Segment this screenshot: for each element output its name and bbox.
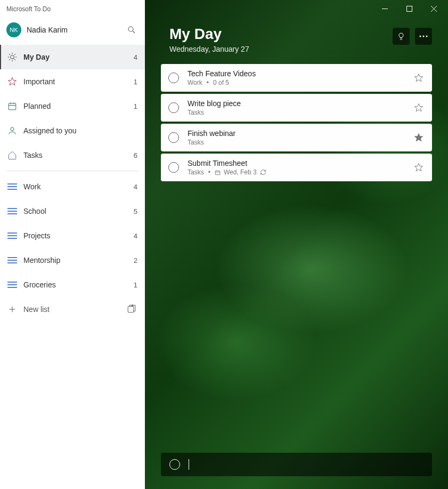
nav-label: Mentorship <box>23 256 134 264</box>
svg-point-41 <box>420 36 421 37</box>
task-title: Finish webinar <box>188 129 414 138</box>
task-item[interactable]: Finish webinar Tasks <box>161 124 432 151</box>
add-task-circle-icon <box>169 459 180 470</box>
custom-lists: Work 4 School 5 Projects 4 Mentorship 2 … <box>0 174 145 297</box>
add-task-input[interactable] <box>189 460 423 469</box>
suggestions-button[interactable] <box>393 28 410 45</box>
nav-count: 5 <box>134 207 137 215</box>
task-meta: Tasks <box>188 139 414 146</box>
complete-checkbox[interactable] <box>168 73 179 83</box>
nav-count: 1 <box>134 102 137 110</box>
lightbulb-icon <box>397 32 405 41</box>
task-list: Tech Feature Videos Work0 of 5 Write blo… <box>145 64 448 181</box>
minimize-button[interactable] <box>372 0 397 17</box>
add-task-bar[interactable] <box>161 453 432 476</box>
list-icon <box>6 181 18 193</box>
svg-rect-47 <box>215 171 219 174</box>
nav-count: 1 <box>134 281 137 289</box>
task-title: Submit Timesheet <box>188 159 414 167</box>
star-button[interactable] <box>414 133 423 142</box>
svg-rect-38 <box>406 6 412 11</box>
sidebar: Microsoft To Do NK Nadia Karim My Day 4 … <box>0 0 145 489</box>
task-title: Tech Feature Videos <box>188 69 414 78</box>
home-icon <box>6 149 18 161</box>
list-icon <box>6 205 18 217</box>
list-school[interactable]: School 5 <box>0 199 145 223</box>
maximize-button[interactable] <box>397 0 421 17</box>
nav-count: 2 <box>134 256 137 264</box>
main-panel: My Day Wednesday, January 27 Tech Featur… <box>145 0 448 489</box>
svg-rect-34 <box>128 307 134 312</box>
svg-marker-44 <box>415 74 423 82</box>
task-item[interactable]: Submit Timesheet Tasks Wed, Feb 3 <box>161 154 432 181</box>
nav-important[interactable]: Important 1 <box>0 69 145 94</box>
nav-tasks[interactable]: Tasks 6 <box>0 143 145 167</box>
nav-label: Work <box>23 182 134 191</box>
calendar-small-icon <box>215 170 221 175</box>
page-date: Wednesday, January 27 <box>169 45 393 53</box>
nav-label: Groceries <box>23 280 134 289</box>
new-list-label: New list <box>23 305 127 314</box>
task-meta: Work0 of 5 <box>188 79 414 86</box>
svg-marker-11 <box>9 78 17 85</box>
new-group-icon[interactable] <box>127 304 137 315</box>
svg-point-42 <box>423 36 425 37</box>
list-projects[interactable]: Projects 4 <box>0 223 145 248</box>
star-button[interactable] <box>414 163 423 172</box>
search-icon[interactable] <box>127 25 136 35</box>
task-meta: Tasks Wed, Feb 3 <box>188 169 414 176</box>
svg-marker-49 <box>415 164 423 171</box>
window-controls <box>145 0 448 17</box>
more-icon <box>419 35 428 37</box>
list-icon <box>6 279 18 291</box>
complete-checkbox[interactable] <box>168 102 179 113</box>
list-mentorship[interactable]: Mentorship 2 <box>0 248 145 272</box>
list-icon <box>6 254 18 266</box>
star-button[interactable] <box>414 73 423 83</box>
list-groceries[interactable]: Groceries 1 <box>0 272 145 297</box>
plus-icon <box>6 303 18 315</box>
avatar: NK <box>6 22 21 37</box>
nav-label: School <box>23 207 134 215</box>
divider <box>6 171 139 171</box>
sun-icon <box>6 51 18 63</box>
svg-line-9 <box>9 59 10 60</box>
close-button[interactable] <box>421 0 446 17</box>
svg-marker-45 <box>415 104 423 111</box>
nav-label: Planned <box>23 102 134 110</box>
svg-line-1 <box>133 31 135 33</box>
task-item[interactable]: Tech Feature Videos Work0 of 5 <box>161 64 432 92</box>
nav-planned[interactable]: Planned 1 <box>0 94 145 118</box>
nav-assigned[interactable]: Assigned to you <box>0 118 145 143</box>
nav-count: 4 <box>134 53 137 61</box>
smart-lists: My Day 4 Important 1 Planned 1 Assigned … <box>0 45 145 167</box>
svg-marker-46 <box>415 134 423 141</box>
user-name: Nadia Karim <box>27 26 127 34</box>
nav-count: 4 <box>134 232 137 240</box>
nav-label: Projects <box>23 231 134 240</box>
nav-count: 4 <box>134 183 137 191</box>
star-button[interactable] <box>414 103 423 113</box>
svg-point-43 <box>426 36 428 37</box>
list-icon <box>6 230 18 242</box>
svg-rect-12 <box>9 103 16 110</box>
task-item[interactable]: Write blog piece Tasks <box>161 94 432 122</box>
nav-count: 1 <box>134 78 137 86</box>
nav-label: My Day <box>23 53 134 61</box>
complete-checkbox[interactable] <box>168 132 179 143</box>
list-work[interactable]: Work 4 <box>0 174 145 199</box>
nav-my-day[interactable]: My Day 4 <box>0 45 145 69</box>
calendar-icon <box>6 100 18 112</box>
app-title: Microsoft To Do <box>0 0 145 17</box>
more-button[interactable] <box>415 28 432 45</box>
svg-line-8 <box>14 59 15 60</box>
page-title: My Day <box>169 26 393 43</box>
svg-point-2 <box>11 55 14 59</box>
star-icon <box>6 76 18 87</box>
user-row[interactable]: NK Nadia Karim <box>0 17 145 45</box>
complete-checkbox[interactable] <box>168 162 179 173</box>
nav-count: 6 <box>134 151 137 159</box>
header: My Day Wednesday, January 27 <box>145 17 448 64</box>
svg-line-7 <box>9 54 10 55</box>
new-list-row[interactable]: New list <box>0 297 145 322</box>
